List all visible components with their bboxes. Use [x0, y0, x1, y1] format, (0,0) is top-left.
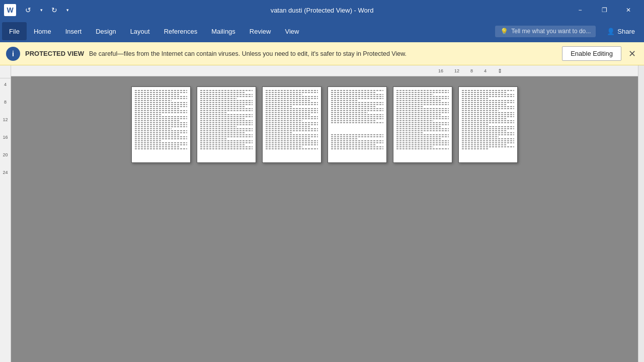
text-line: [200, 90, 253, 91]
ruler-mark-20: 20: [3, 153, 8, 157]
text-line: [135, 92, 187, 93]
text-line: [462, 120, 514, 121]
page-5: [393, 86, 452, 163]
text-line: [135, 118, 187, 119]
text-line: [266, 134, 318, 135]
text-line: [135, 138, 187, 139]
share-button[interactable]: 👤 Share: [600, 25, 642, 38]
text-line: [200, 112, 226, 113]
redo-dropdown-button[interactable]: ▾: [35, 4, 47, 16]
text-line: [266, 98, 318, 99]
text-line: [396, 144, 449, 145]
h-ruler-8: 8: [470, 68, 473, 73]
text-line: [200, 148, 253, 149]
text-line: [200, 118, 245, 119]
page-2: [197, 86, 256, 163]
text-line: [462, 140, 514, 141]
menu-item-design[interactable]: Design: [89, 22, 123, 40]
text-line: [462, 110, 499, 111]
text-line: [200, 134, 253, 135]
text-line: [396, 132, 423, 133]
text-line: [266, 108, 318, 109]
menu-item-view[interactable]: View: [278, 22, 306, 40]
restore-button[interactable]: ❐: [593, 3, 616, 18]
text-line: [266, 132, 292, 133]
text-line: [396, 126, 441, 127]
ruler-mark-12: 12: [3, 118, 8, 122]
page-3: [262, 86, 321, 163]
text-line: [462, 106, 514, 107]
text-line: [462, 116, 514, 117]
text-line: [462, 104, 506, 105]
text-line: [200, 124, 253, 125]
redo-button[interactable]: ↻: [48, 4, 60, 16]
page-6-content: [459, 87, 517, 162]
menu-item-mailings[interactable]: Mailings: [204, 22, 243, 40]
search-bar[interactable]: 💡 Tell me what you want to do...: [495, 26, 596, 37]
text-line: [462, 94, 514, 95]
text-line: [266, 144, 318, 145]
text-line: [331, 90, 383, 91]
text-line: [266, 136, 318, 137]
text-line: [200, 144, 245, 145]
menu-item-home[interactable]: Home: [27, 22, 58, 40]
page-2-content: [197, 87, 256, 162]
text-line: [396, 102, 449, 103]
text-line: [266, 148, 318, 149]
menu-item-file[interactable]: File: [2, 22, 27, 40]
text-line: [200, 128, 253, 129]
customize-qat-button[interactable]: ▾: [61, 4, 73, 16]
pages-row: [131, 86, 518, 163]
text-line: [331, 136, 383, 137]
protected-icon: i: [6, 47, 20, 61]
text-line: [331, 120, 375, 121]
protected-view-badge: PROTECTED VIEW: [25, 50, 84, 57]
blank-area: [331, 124, 383, 134]
menu-item-layout[interactable]: Layout: [123, 22, 157, 40]
text-line: [135, 96, 187, 97]
undo-button[interactable]: ↺: [22, 4, 34, 16]
enable-editing-button[interactable]: Enable Editing: [562, 46, 621, 61]
text-line: [462, 146, 514, 147]
text-line: [396, 90, 449, 91]
text-line: [200, 130, 253, 131]
text-line: [462, 112, 514, 113]
text-line: [200, 102, 253, 103]
text-line: [266, 122, 318, 123]
text-line: [135, 98, 187, 99]
text-line: [200, 116, 253, 117]
close-button[interactable]: ✕: [617, 3, 640, 18]
text-line: [200, 122, 253, 123]
text-line: [135, 128, 172, 129]
text-line: [135, 100, 172, 101]
text-line: [331, 98, 383, 99]
text-line: [396, 110, 449, 111]
menu-item-insert[interactable]: Insert: [58, 22, 89, 40]
menu-item-review[interactable]: Review: [243, 22, 278, 40]
text-line: [396, 136, 449, 137]
text-line: [462, 92, 506, 93]
text-line: [462, 130, 506, 131]
word-icon: W: [4, 4, 16, 16]
close-protected-bar-button[interactable]: ✕: [626, 46, 638, 61]
vertical-scrollbar[interactable]: [638, 65, 644, 362]
horizontal-ruler: 16 12 8 4 ⇕: [11, 65, 638, 76]
text-line: [200, 92, 245, 93]
text-line: [266, 104, 318, 105]
page-4: [328, 86, 387, 163]
text-line: [135, 112, 187, 113]
text-line: [462, 132, 514, 133]
text-line: [396, 96, 449, 97]
text-line: [396, 130, 449, 131]
text-line: [135, 140, 161, 141]
text-line: [200, 126, 237, 127]
text-line: [200, 100, 253, 101]
text-line: [396, 98, 449, 99]
document-canvas[interactable]: [11, 76, 638, 362]
minimize-button[interactable]: −: [569, 3, 592, 18]
menu-item-references[interactable]: References: [157, 22, 204, 40]
text-line: [396, 128, 449, 129]
text-line: [331, 116, 383, 117]
text-line: [462, 98, 488, 99]
ruler-mark-8: 8: [4, 100, 7, 105]
